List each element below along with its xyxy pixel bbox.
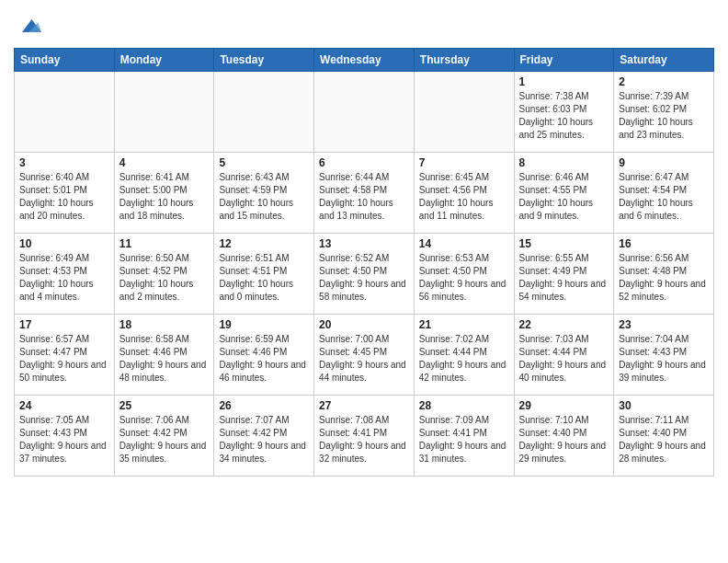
day-info: Sunrise: 7:06 AMSunset: 4:42 PMDaylight:… (119, 414, 210, 465)
day-info: Sunrise: 6:57 AMSunset: 4:47 PMDaylight:… (19, 333, 109, 385)
day-cell: 29Sunrise: 7:10 AMSunset: 4:40 PMDayligh… (514, 396, 614, 477)
day-number: 6 (319, 156, 409, 169)
week-row-2: 3Sunrise: 6:40 AMSunset: 5:01 PMDaylight… (15, 153, 714, 234)
day-info: Sunrise: 6:53 AMSunset: 4:50 PMDaylight:… (419, 252, 509, 304)
day-cell: 1Sunrise: 7:38 AMSunset: 6:03 PMDaylight… (514, 72, 614, 153)
day-cell: 30Sunrise: 7:11 AMSunset: 4:40 PMDayligh… (614, 396, 714, 477)
day-number: 3 (19, 156, 109, 169)
day-info: Sunrise: 7:07 AMSunset: 4:42 PMDaylight:… (219, 414, 309, 465)
day-cell: 7Sunrise: 6:45 AMSunset: 4:56 PMDaylight… (414, 153, 514, 234)
day-number: 25 (119, 399, 210, 412)
weekday-header-wednesday: Wednesday (314, 49, 415, 72)
logo-icon (16, 13, 41, 39)
calendar-table: SundayMondayTuesdayWednesdayThursdayFrid… (14, 48, 714, 477)
day-number: 8 (519, 156, 609, 169)
header (14, 9, 714, 42)
day-cell: 20Sunrise: 7:00 AMSunset: 4:45 PMDayligh… (314, 315, 415, 396)
day-cell: 28Sunrise: 7:09 AMSunset: 4:41 PMDayligh… (414, 396, 514, 477)
weekday-header-monday: Monday (114, 49, 214, 72)
day-cell: 14Sunrise: 6:53 AMSunset: 4:50 PMDayligh… (414, 234, 514, 315)
day-cell: 23Sunrise: 7:04 AMSunset: 4:43 PMDayligh… (614, 315, 714, 396)
day-cell: 6Sunrise: 6:44 AMSunset: 4:58 PMDaylight… (314, 153, 415, 234)
day-number: 16 (619, 237, 709, 250)
day-cell: 26Sunrise: 7:07 AMSunset: 4:42 PMDayligh… (214, 396, 314, 477)
day-number: 30 (619, 399, 709, 412)
calendar-body: 1Sunrise: 7:38 AMSunset: 6:03 PMDaylight… (15, 72, 714, 477)
day-number: 9 (619, 156, 709, 169)
week-row-4: 17Sunrise: 6:57 AMSunset: 4:47 PMDayligh… (15, 315, 714, 396)
day-info: Sunrise: 7:11 AMSunset: 4:40 PMDaylight:… (619, 414, 709, 465)
day-info: Sunrise: 7:03 AMSunset: 4:44 PMDaylight:… (519, 333, 609, 385)
day-cell: 21Sunrise: 7:02 AMSunset: 4:44 PMDayligh… (414, 315, 514, 396)
weekday-header-sunday: Sunday (15, 49, 115, 72)
weekday-header-thursday: Thursday (414, 49, 514, 72)
day-info: Sunrise: 6:47 AMSunset: 4:54 PMDaylight:… (619, 171, 709, 223)
day-info: Sunrise: 6:50 AMSunset: 4:52 PMDaylight:… (119, 252, 210, 304)
day-number: 29 (519, 399, 609, 412)
day-number: 10 (19, 237, 109, 250)
day-info: Sunrise: 6:46 AMSunset: 4:55 PMDaylight:… (519, 171, 609, 223)
day-info: Sunrise: 6:41 AMSunset: 5:00 PMDaylight:… (119, 171, 210, 223)
day-cell: 13Sunrise: 6:52 AMSunset: 4:50 PMDayligh… (314, 234, 415, 315)
day-number: 12 (219, 237, 309, 250)
day-info: Sunrise: 6:56 AMSunset: 4:48 PMDaylight:… (619, 252, 709, 304)
day-number: 5 (219, 156, 309, 169)
page: SundayMondayTuesdayWednesdayThursdayFrid… (0, 0, 728, 486)
day-info: Sunrise: 6:43 AMSunset: 4:59 PMDaylight:… (219, 171, 309, 223)
day-cell: 15Sunrise: 6:55 AMSunset: 4:49 PMDayligh… (514, 234, 614, 315)
day-info: Sunrise: 7:00 AMSunset: 4:45 PMDaylight:… (319, 333, 409, 385)
day-info: Sunrise: 7:02 AMSunset: 4:44 PMDaylight:… (419, 333, 509, 385)
day-info: Sunrise: 7:39 AMSunset: 6:02 PMDaylight:… (619, 90, 709, 142)
day-cell: 22Sunrise: 7:03 AMSunset: 4:44 PMDayligh… (514, 315, 614, 396)
day-cell: 8Sunrise: 6:46 AMSunset: 4:55 PMDaylight… (514, 153, 614, 234)
day-info: Sunrise: 6:49 AMSunset: 4:53 PMDaylight:… (19, 252, 109, 304)
day-number: 22 (519, 318, 609, 331)
day-number: 15 (519, 237, 609, 250)
day-info: Sunrise: 7:10 AMSunset: 4:40 PMDaylight:… (519, 414, 609, 465)
day-number: 13 (319, 237, 409, 250)
week-row-3: 10Sunrise: 6:49 AMSunset: 4:53 PMDayligh… (15, 234, 714, 315)
day-cell: 2Sunrise: 7:39 AMSunset: 6:02 PMDaylight… (614, 72, 714, 153)
day-cell: 19Sunrise: 6:59 AMSunset: 4:46 PMDayligh… (214, 315, 314, 396)
day-cell (114, 72, 214, 153)
day-cell: 18Sunrise: 6:58 AMSunset: 4:46 PMDayligh… (114, 315, 214, 396)
day-cell: 10Sunrise: 6:49 AMSunset: 4:53 PMDayligh… (15, 234, 115, 315)
day-cell: 5Sunrise: 6:43 AMSunset: 4:59 PMDaylight… (214, 153, 314, 234)
day-cell: 11Sunrise: 6:50 AMSunset: 4:52 PMDayligh… (114, 234, 214, 315)
day-number: 28 (419, 399, 509, 412)
day-info: Sunrise: 7:04 AMSunset: 4:43 PMDaylight:… (619, 333, 709, 385)
day-cell (314, 72, 415, 153)
weekday-header-row: SundayMondayTuesdayWednesdayThursdayFrid… (15, 49, 714, 72)
day-info: Sunrise: 6:52 AMSunset: 4:50 PMDaylight:… (319, 252, 409, 304)
weekday-header-friday: Friday (514, 49, 614, 72)
logo (14, 13, 41, 42)
day-number: 21 (419, 318, 509, 331)
calendar-header: SundayMondayTuesdayWednesdayThursdayFrid… (15, 49, 714, 72)
day-cell: 24Sunrise: 7:05 AMSunset: 4:43 PMDayligh… (15, 396, 115, 477)
day-number: 19 (219, 318, 309, 331)
day-info: Sunrise: 6:59 AMSunset: 4:46 PMDaylight:… (219, 333, 309, 385)
day-info: Sunrise: 6:58 AMSunset: 4:46 PMDaylight:… (119, 333, 210, 385)
day-number: 17 (19, 318, 109, 331)
day-cell: 12Sunrise: 6:51 AMSunset: 4:51 PMDayligh… (214, 234, 314, 315)
day-number: 18 (119, 318, 210, 331)
day-number: 7 (419, 156, 509, 169)
day-number: 27 (319, 399, 409, 412)
day-number: 4 (119, 156, 210, 169)
day-number: 11 (119, 237, 210, 250)
day-cell: 3Sunrise: 6:40 AMSunset: 5:01 PMDaylight… (15, 153, 115, 234)
day-number: 24 (19, 399, 109, 412)
week-row-5: 24Sunrise: 7:05 AMSunset: 4:43 PMDayligh… (15, 396, 714, 477)
day-cell (214, 72, 314, 153)
day-info: Sunrise: 6:51 AMSunset: 4:51 PMDaylight:… (219, 252, 309, 304)
day-info: Sunrise: 7:08 AMSunset: 4:41 PMDaylight:… (319, 414, 409, 465)
day-cell: 17Sunrise: 6:57 AMSunset: 4:47 PMDayligh… (15, 315, 115, 396)
day-number: 14 (419, 237, 509, 250)
day-info: Sunrise: 7:09 AMSunset: 4:41 PMDaylight:… (419, 414, 509, 465)
day-cell: 9Sunrise: 6:47 AMSunset: 4:54 PMDaylight… (614, 153, 714, 234)
day-cell (15, 72, 115, 153)
day-info: Sunrise: 7:38 AMSunset: 6:03 PMDaylight:… (519, 90, 609, 142)
day-info: Sunrise: 6:55 AMSunset: 4:49 PMDaylight:… (519, 252, 609, 304)
day-cell: 27Sunrise: 7:08 AMSunset: 4:41 PMDayligh… (314, 396, 415, 477)
day-number: 1 (519, 75, 609, 88)
